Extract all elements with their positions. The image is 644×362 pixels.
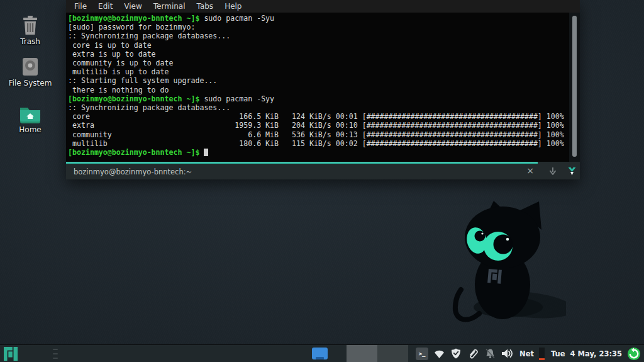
clock[interactable]: Tue 4 May, 23:35	[551, 349, 622, 358]
menu-item-file[interactable]: File	[69, 0, 92, 13]
window-button[interactable]	[312, 348, 328, 359]
notifications-off-icon[interactable]	[484, 348, 496, 360]
terminal-line: [bozinmyo@bozinmyo-bnntech ~]$ sudo pacm…	[68, 14, 569, 23]
active-tab-indicator	[66, 162, 538, 164]
terminal-scrollbar-thumb[interactable]	[572, 16, 577, 157]
terminal-line: [sudo] password for bozinmyo:	[68, 23, 569, 31]
desktop-icon-trash[interactable]: Trash	[5, 15, 55, 46]
terminal-line: multilib 180.6 KiB 115 KiB/s 00:02 [####…	[68, 139, 569, 148]
update-available-icon[interactable]	[627, 347, 641, 361]
workspace-pager	[347, 345, 408, 362]
manjaro-menu-icon[interactable]	[4, 347, 18, 361]
panel-handle[interactable]	[53, 349, 58, 359]
terminal-line: community is up to date	[68, 59, 569, 67]
terminal-line: community 6.6 MiB 536 KiB/s 00:13 [#####…	[68, 130, 569, 139]
shield-check-icon[interactable]	[450, 348, 462, 360]
desktop-icon-label: File System	[5, 79, 55, 88]
sprout-icon	[568, 167, 576, 176]
desktop-icon-label: Trash	[5, 38, 55, 46]
terminal-line: multilib is up to date	[68, 67, 569, 76]
terminal-line: :: Starting full system upgrade...	[68, 76, 569, 85]
terminal-line: extra 1959.3 KiB 204 KiB/s 00:10 [######…	[68, 121, 569, 130]
menu-item-terminal[interactable]: Terminal	[148, 0, 191, 13]
terminal-window: FileEditViewTerminalTabsHelp [bozinmyo@b…	[66, 0, 580, 179]
terminal-scrollbar-track[interactable]	[569, 13, 580, 162]
terminal-tabbar: bozinmyo@bozinmyo-bnntech:~ ×	[66, 162, 580, 179]
terminal-line: core 166.5 KiB 124 KiB/s 00:01 [########…	[68, 112, 569, 121]
arrow-down-icon	[549, 167, 557, 176]
desktop-icon-label: Home	[5, 126, 55, 134]
menu-item-help[interactable]: Help	[219, 0, 247, 13]
desktop: Trash File System Home FileEditViewTermi…	[0, 0, 644, 362]
menu-item-tabs[interactable]: Tabs	[191, 0, 219, 13]
net-monitor-label[interactable]: Net	[519, 349, 534, 358]
terminal-screen[interactable]: [bozinmyo@bozinmyo-bnntech ~]$ sudo pacm…	[66, 13, 569, 162]
net-monitor-graph[interactable]	[539, 348, 545, 360]
terminal-icon[interactable]: >_	[416, 348, 428, 360]
filesystem-drive-icon	[20, 57, 40, 77]
workspace-1[interactable]	[347, 345, 377, 362]
tab-close-button[interactable]: ×	[525, 166, 535, 176]
terminal-tab[interactable]: bozinmyo@bozinmyo-bnntech:~	[74, 167, 192, 176]
system-tray: >_	[416, 348, 513, 360]
menu-item-edit[interactable]: Edit	[92, 0, 118, 13]
terminal-cursor	[204, 149, 208, 156]
terminal-line: extra is up to date	[68, 50, 569, 59]
terminal-line: :: Synchronizing package databases...	[68, 31, 569, 40]
terminal-menubar: FileEditViewTerminalTabsHelp	[66, 0, 580, 13]
home-folder-icon	[19, 105, 42, 123]
tab-action-button[interactable]	[566, 166, 577, 177]
menu-item-view[interactable]: View	[118, 0, 147, 13]
terminal-line: [bozinmyo@bozinmyo-bnntech ~]$	[68, 148, 569, 157]
terminal-line: [bozinmyo@bozinmyo-bnntech ~]$ sudo pacm…	[68, 94, 569, 103]
manjaro-cat-mascot	[433, 199, 566, 326]
paperclip-icon[interactable]	[467, 348, 479, 360]
desktop-icon-home[interactable]: Home	[5, 105, 55, 134]
wifi-icon[interactable]	[433, 348, 445, 360]
terminal-line: there is nothing to do	[68, 86, 569, 94]
terminal-line: core is up to date	[68, 41, 569, 50]
trash-icon	[19, 15, 41, 35]
desktop-icon-filesystem[interactable]: File System	[5, 57, 55, 88]
tab-scroll-down-button[interactable]	[547, 166, 558, 177]
terminal-line: :: Synchronizing package databases...	[68, 103, 569, 112]
taskbar: >_	[0, 344, 644, 362]
volume-icon[interactable]	[501, 348, 513, 360]
workspace-2[interactable]	[377, 345, 408, 362]
